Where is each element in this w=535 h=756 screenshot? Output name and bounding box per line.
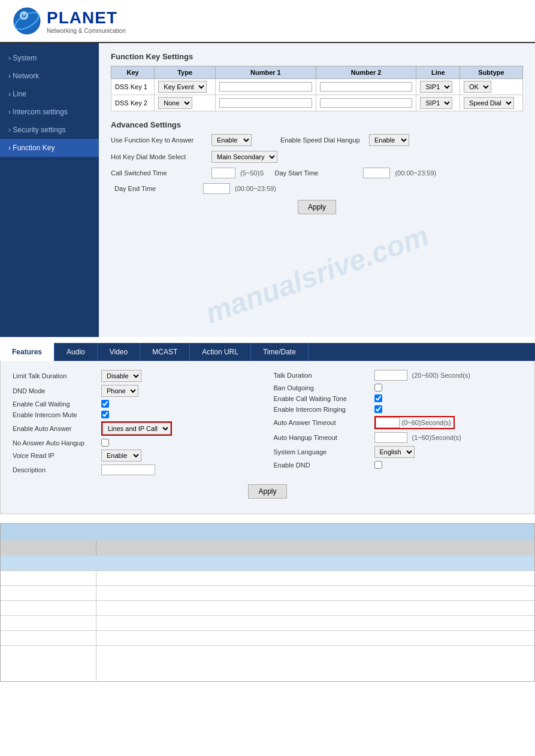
hot-key-label: Hot Key Dial Mode Select — [111, 153, 207, 160]
call-switched-row: Call Switched Time 10 (5~50)S Day Start … — [111, 168, 523, 194]
dss-key-1-number1-input[interactable] — [219, 82, 312, 92]
dss-key-1-line[interactable]: SIP1 — [416, 79, 460, 95]
bt-row-4-left — [1, 616, 96, 630]
sidebar-item-security[interactable]: Security settings — [0, 121, 99, 139]
enable-dnd-checkbox[interactable] — [374, 461, 382, 469]
limit-talk-select[interactable]: DisableEnable — [101, 370, 141, 382]
dss-key-1-line-select[interactable]: SIP1 — [420, 81, 452, 93]
bt-blue-row — [1, 555, 534, 570]
sidebar: System Network Line Intercom settings Se… — [0, 43, 99, 337]
tab-audio[interactable]: Audio — [55, 343, 98, 361]
bt-row-4 — [1, 615, 534, 630]
bt-tall-right — [96, 646, 534, 681]
dss-key-2-label: DSS Key 2 — [111, 95, 155, 111]
apply-button-top[interactable]: Apply — [298, 200, 336, 214]
voice-read-ip-row: Voice Read IP EnableDisable — [13, 450, 262, 462]
tab-time-date[interactable]: Time/Date — [251, 343, 309, 361]
day-end-input[interactable]: 18:00 — [203, 183, 230, 194]
bt-row-4-right — [96, 616, 534, 630]
dss-key-2-line-select[interactable]: SIP1 — [420, 97, 452, 109]
brand-name: PLANET — [47, 8, 126, 28]
apply-button-features[interactable]: Apply — [248, 484, 286, 499]
dss-key-2-type-select[interactable]: None — [158, 97, 192, 109]
planet-logo-icon — [12, 6, 42, 36]
dss-key-2-number1[interactable] — [216, 95, 316, 111]
content-area: Function Key Settings Key Type Number 1 … — [99, 43, 535, 337]
dss-key-2-number1-input[interactable] — [219, 98, 312, 108]
use-function-key-label: Use Function Key to Answer — [111, 136, 207, 144]
enable-auto-answer-row: Enable Auto Answer Lines and IP Call Dis… — [13, 421, 262, 436]
system-language-row: System Language English — [274, 446, 523, 458]
ban-outgoing-label: Ban Outgoing — [274, 384, 370, 391]
ban-outgoing-row: Ban Outgoing — [274, 384, 523, 391]
call-switched-label: Call Switched Time — [111, 169, 207, 177]
call-switched-range: (5~50)S — [240, 169, 264, 177]
description-row: Description HDP-1160PT — [13, 464, 262, 475]
tab-mcast[interactable]: MCAST — [140, 343, 190, 361]
enable-call-waiting-tone-row: Enable Call Waiting Tone — [274, 394, 523, 402]
table-row: DSS Key 2 None SIP1 — [111, 95, 523, 111]
tab-features[interactable]: Features — [0, 343, 55, 361]
auto-hangup-timeout-input[interactable]: 30 — [374, 432, 407, 443]
ban-outgoing-checkbox[interactable] — [374, 384, 382, 391]
no-answer-auto-hangup-checkbox[interactable] — [101, 439, 109, 447]
sidebar-item-intercom[interactable]: Intercom settings — [0, 103, 99, 121]
sidebar-item-system[interactable]: System — [0, 49, 99, 67]
system-language-select[interactable]: English — [374, 446, 415, 458]
dss-key-1-number1[interactable] — [216, 79, 316, 95]
sidebar-item-functionkey[interactable]: Function Key — [0, 139, 99, 157]
features-right-col: Talk Duration 120 (20~600) Second(s) Ban… — [274, 370, 523, 478]
tabs-bar: Features Audio Video MCAST Action URL Ti… — [0, 343, 535, 361]
sidebar-item-line[interactable]: Line — [0, 85, 99, 103]
dss-key-2-number2-input[interactable] — [320, 98, 413, 108]
description-input[interactable]: HDP-1160PT — [101, 464, 155, 475]
sidebar-item-network[interactable]: Network — [0, 67, 99, 85]
enable-intercom-mute-checkbox[interactable] — [101, 411, 109, 418]
enable-call-waiting-checkbox[interactable] — [101, 400, 109, 408]
features-left-col: Limit Talk Duration DisableEnable DND Mo… — [13, 370, 262, 478]
no-answer-auto-hangup-label: No Answer Auto Hangup — [13, 439, 96, 447]
dss-key-1-subtype[interactable]: OK — [460, 79, 522, 95]
day-start-input[interactable]: 00:00 — [363, 168, 390, 178]
enable-intercom-ringing-checkbox[interactable] — [374, 405, 382, 413]
advanced-settings: Advanced Settings Use Function Key to An… — [111, 120, 523, 214]
hot-key-select[interactable]: Main Secondary — [211, 151, 277, 163]
function-key-table: Key Type Number 1 Number 2 Line Subtype … — [111, 66, 523, 111]
voice-read-ip-select[interactable]: EnableDisable — [101, 450, 141, 462]
talk-duration-label: Talk Duration — [274, 372, 370, 379]
dss-key-1-number2-input[interactable] — [320, 82, 413, 92]
use-function-key-row: Use Function Key to Answer Enable Disabl… — [111, 134, 523, 146]
talk-duration-input[interactable]: 120 — [374, 370, 407, 381]
apply-button-features-wrapper: Apply — [13, 484, 522, 499]
dss-key-2-number2[interactable] — [316, 95, 416, 111]
watermark-text: manualsrive.com — [201, 218, 433, 330]
enable-auto-answer-select[interactable]: Lines and IP Call Disable — [102, 423, 171, 435]
bt-row-2 — [1, 585, 534, 600]
dnd-mode-select[interactable]: Phone — [101, 385, 138, 397]
dss-key-1-type[interactable]: Key Event — [155, 79, 216, 95]
enable-call-waiting-tone-checkbox[interactable] — [374, 394, 382, 402]
dss-key-2-line[interactable]: SIP1 — [416, 95, 460, 111]
dss-key-1-number2[interactable] — [316, 79, 416, 95]
enable-auto-answer-highlight: Lines and IP Call Disable — [101, 421, 172, 436]
dss-key-2-type[interactable]: None — [155, 95, 216, 111]
auto-answer-timeout-label: Auto Answer Timeout — [274, 419, 370, 426]
bt-header — [1, 524, 534, 541]
talk-duration-range: (20~600) Second(s) — [412, 372, 471, 379]
watermark-area: manualsrive.com — [111, 220, 523, 328]
dss-key-1-type-select[interactable]: Key Event — [158, 81, 207, 93]
auto-hangup-timeout-range: (1~60)Second(s) — [412, 434, 461, 441]
dss-key-2-subtype[interactable]: Speed Dial — [460, 95, 522, 111]
auto-answer-timeout-input[interactable]: 0 — [376, 417, 400, 428]
tab-action-url[interactable]: Action URL — [190, 343, 251, 361]
bt-row-5-right — [96, 631, 534, 645]
use-function-key-select[interactable]: Enable Disable — [211, 134, 252, 146]
day-end-label: Day End Time — [114, 185, 198, 192]
tab-video[interactable]: Video — [98, 343, 140, 361]
dss-key-1-subtype-select[interactable]: OK — [464, 81, 491, 93]
enable-speed-dial-select[interactable]: Enable Disable — [369, 134, 409, 146]
enable-dnd-label: Enable DND — [274, 462, 370, 469]
dss-key-2-subtype-select[interactable]: Speed Dial — [464, 97, 514, 109]
call-switched-input[interactable]: 10 — [211, 168, 235, 178]
table-row: DSS Key 1 Key Event SIP1 — [111, 79, 523, 95]
